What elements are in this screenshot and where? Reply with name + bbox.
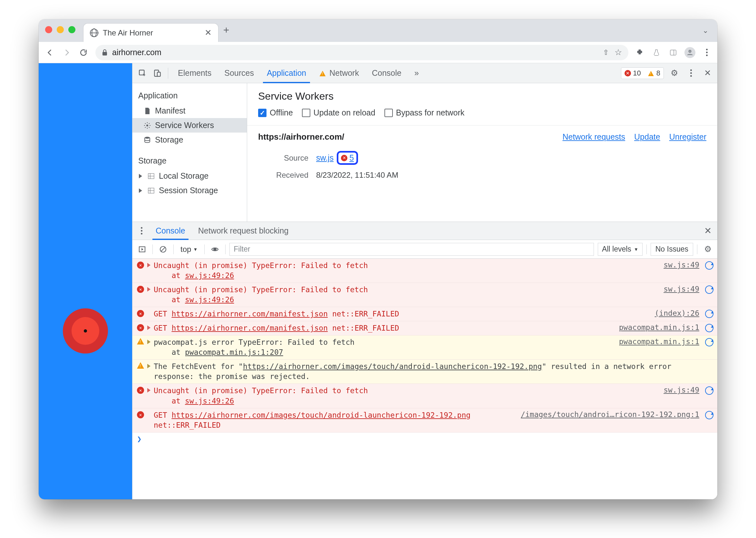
minimize-window-button[interactable] [57,26,64,33]
menu-kebab-icon[interactable] [700,46,713,59]
console-filter-input[interactable]: Filter [229,243,594,256]
reload-button[interactable] [76,45,91,60]
inspect-icon[interactable] [136,67,149,80]
console-settings-icon[interactable]: ⚙ [701,243,714,256]
network-requests-link[interactable]: Network requests [563,132,626,141]
live-expression-icon[interactable] [209,243,221,256]
drawer-tab-blocking[interactable]: Network request blocking [193,222,294,240]
labs-icon[interactable] [650,46,663,59]
source-link[interactable]: https://airhorner.com/manifest.json [171,310,328,318]
sidebar-item-session-storage[interactable]: Session Storage [132,183,247,198]
message-source-link[interactable]: sw.js:49 [664,261,699,269]
console-messages[interactable]: ✕Uncaught (in promise) TypeError: Failed… [132,259,717,499]
replay-xhr-icon[interactable] [705,324,713,332]
drawer-tab-console[interactable]: Console [151,222,190,240]
replay-xhr-icon[interactable] [705,286,713,294]
profile-avatar[interactable] [683,46,697,59]
sidebar-item-service-workers[interactable]: Service Workers [132,118,247,133]
share-icon[interactable]: ⇧ [603,48,609,57]
zoom-window-button[interactable] [68,26,75,33]
sw-error-count-link[interactable]: 5 [349,153,354,163]
expand-icon [139,188,142,193]
bypass-for-network-checkbox[interactable]: Bypass for network [384,108,465,117]
message-source-link[interactable]: sw.js:49 [664,386,699,394]
source-link[interactable]: https://airhorner.com/images/touch/andro… [243,362,542,371]
console-message[interactable]: The FetchEvent for "https://airhorner.co… [132,360,717,384]
back-button[interactable] [43,45,57,60]
browser-tab[interactable]: The Air Horner ✕ [83,23,218,42]
sw-error-count-highlight[interactable]: ✕ 5 [337,151,358,165]
unregister-link[interactable]: Unregister [669,132,706,141]
expand-icon[interactable] [147,364,151,368]
console-message[interactable]: ✕Uncaught (in promise) TypeError: Failed… [132,283,717,307]
console-message[interactable]: ✕Uncaught (in promise) TypeError: Failed… [132,384,717,408]
issue-counters[interactable]: ✕10 8 [621,67,664,79]
replay-xhr-icon[interactable] [705,411,713,419]
replay-xhr-icon[interactable] [705,310,713,318]
source-link[interactable]: pwacompat.min.js:1:207 [185,348,283,356]
airhorn-button[interactable] [63,308,108,353]
expand-icon[interactable] [147,340,151,344]
log-levels-selector[interactable]: All levels▼ [598,243,642,256]
tabs-overflow-icon[interactable]: ⌄ [702,27,717,35]
issues-button[interactable]: No Issues [651,243,693,256]
source-link[interactable]: https://airhorner.com/manifest.json [171,324,328,332]
source-link[interactable]: sw.js:49:26 [185,397,234,405]
error-icon: ✕ [137,286,144,293]
error-icon: ✕ [137,411,144,418]
source-link[interactable]: sw.js:49:26 [185,296,234,304]
sidebar-item-storage[interactable]: Storage [132,133,247,147]
replay-xhr-icon[interactable] [705,338,713,347]
tab-sources[interactable]: Sources [218,63,260,83]
bookmark-icon[interactable]: ☆ [615,47,622,57]
tab-console[interactable]: Console [366,63,407,83]
offline-checkbox[interactable]: Offline [258,108,293,117]
console-message[interactable]: ✕Uncaught (in promise) TypeError: Failed… [132,259,717,283]
source-file-link[interactable]: sw.js [316,153,334,163]
message-source-link[interactable]: /images/touch/androi…ricon-192-192.png:1 [521,410,699,419]
show-sidebar-icon[interactable] [136,243,149,256]
source-link[interactable]: sw.js:49:26 [185,271,234,280]
new-tab-button[interactable]: + [218,24,234,36]
replay-xhr-icon[interactable] [705,261,713,270]
tab-application[interactable]: Application [261,63,312,83]
close-window-button[interactable] [45,26,52,33]
console-message[interactable]: ✕GET https://airhorner.com/images/touch/… [132,408,717,433]
message-source-link[interactable]: pwacompat.min.js:1 [619,323,699,332]
settings-icon[interactable]: ⚙ [668,67,681,80]
console-message[interactable]: ✕GET https://airhorner.com/manifest.json… [132,321,717,336]
expand-icon[interactable] [147,287,151,292]
sidepanel-icon[interactable] [666,46,680,59]
console-message[interactable]: pwacompat.js error TypeError: Failed to … [132,336,717,360]
close-devtools-icon[interactable]: ✕ [701,67,714,80]
expand-icon[interactable] [147,263,151,267]
console-prompt[interactable]: ❯ [132,433,717,446]
more-icon[interactable] [685,67,697,80]
update-link[interactable]: Update [634,132,660,141]
replay-xhr-icon[interactable] [705,386,713,395]
error-icon: ✕ [137,387,144,394]
tabs-overflow[interactable]: » [408,63,425,83]
drawer-menu-icon[interactable] [135,225,148,238]
clear-console-icon[interactable] [157,243,169,256]
expand-icon[interactable] [147,388,151,393]
device-toggle-icon[interactable] [151,67,164,80]
close-drawer-icon[interactable]: ✕ [701,224,715,238]
context-selector[interactable]: top▼ [177,243,201,255]
extensions-icon[interactable] [633,46,646,59]
message-source-link[interactable]: sw.js:49 [664,285,699,293]
omnibox[interactable]: airhorner.com ⇧ ☆ [95,45,628,60]
sidebar-item-manifest[interactable]: Manifest [132,104,247,118]
console-message[interactable]: ✕GET https://airhorner.com/manifest.json… [132,307,717,321]
message-source-link[interactable]: (index):26 [655,309,699,317]
close-tab-icon[interactable]: ✕ [205,28,212,38]
tab-network[interactable]: Network [313,63,365,83]
expand-icon[interactable] [147,325,151,330]
sidebar-item-local-storage[interactable]: Local Storage [132,169,247,183]
forward-button[interactable] [59,45,74,60]
message-source-link[interactable]: pwacompat.min.js:1 [619,337,699,346]
source-link[interactable]: https://airhorner.com/images/touch/andro… [171,411,470,419]
svg-point-7 [146,125,148,127]
tab-elements[interactable]: Elements [172,63,217,83]
update-on-reload-checkbox[interactable]: Update on reload [302,108,375,117]
